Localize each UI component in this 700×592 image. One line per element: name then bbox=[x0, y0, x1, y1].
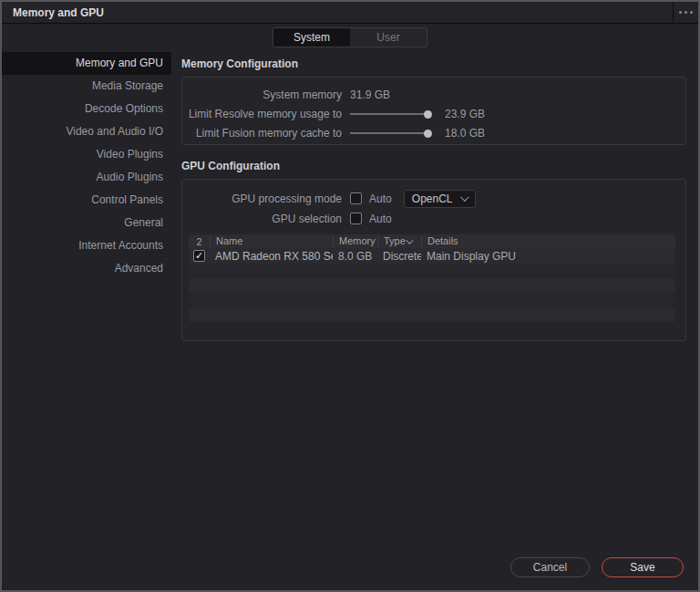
main-panel: Memory Configuration System memory 31.9 … bbox=[171, 51, 698, 588]
gpu-name-cell: AMD Radeon RX 580 Series bbox=[210, 250, 333, 263]
gpu-type-cell: Discrete bbox=[377, 250, 421, 263]
gpu-details-cell: Main Display GPU bbox=[421, 250, 675, 263]
name-column-header[interactable]: Name bbox=[210, 236, 333, 246]
gpu-processing-mode-label: GPU processing mode bbox=[182, 192, 342, 205]
empty-table-row bbox=[189, 278, 675, 293]
check-icon: ✓ bbox=[195, 251, 203, 261]
gpu-configuration-panel: GPU processing mode Auto OpenCL GPU sele… bbox=[181, 179, 686, 341]
tab-group: System User bbox=[273, 27, 427, 47]
ellipsis-menu-icon bbox=[690, 11, 693, 14]
gpu-selection-auto-checkbox[interactable] bbox=[350, 213, 362, 224]
empty-table-row bbox=[189, 264, 675, 278]
memory-column-header[interactable]: Memory bbox=[333, 236, 377, 246]
tab-system[interactable]: System bbox=[273, 28, 350, 47]
title-bar: Memory and GPU bbox=[2, 2, 698, 24]
gpu-enabled-checkbox[interactable]: ✓ bbox=[193, 250, 205, 262]
fusion-memory-value: 18.0 GB bbox=[445, 127, 485, 140]
fusion-memory-slider[interactable] bbox=[350, 130, 432, 138]
empty-table-row bbox=[189, 293, 675, 307]
gpu-table-row[interactable]: ✓ AMD Radeon RX 580 Series 8.0 GB Discre… bbox=[189, 248, 675, 264]
resolve-memory-row: Limit Resolve memory usage to 23.9 GB bbox=[182, 105, 685, 123]
footer-actions: Cancel Save bbox=[510, 557, 684, 577]
memory-configuration-heading: Memory Configuration bbox=[181, 57, 686, 70]
preferences-dialog: Memory and GPU System User Memory and GP… bbox=[0, 0, 700, 592]
system-memory-label: System memory bbox=[182, 88, 342, 101]
gpu-processing-auto-label: Auto bbox=[369, 192, 392, 205]
cancel-button[interactable]: Cancel bbox=[510, 557, 590, 577]
sidebar-item-internet-accounts[interactable]: Internet Accounts bbox=[2, 234, 171, 257]
gpu-selection-label: GPU selection bbox=[182, 213, 342, 225]
gpu-processing-mode-row: GPU processing mode Auto OpenCL bbox=[182, 189, 685, 208]
sidebar-item-control-panels[interactable]: Control Panels bbox=[2, 189, 171, 212]
type-column-header[interactable]: Type bbox=[377, 236, 421, 246]
sidebar-item-media-storage[interactable]: Media Storage bbox=[2, 75, 171, 98]
sidebar-item-decode-options[interactable]: Decode Options bbox=[2, 98, 171, 120]
tab-user[interactable]: User bbox=[350, 28, 427, 47]
gpu-processing-auto-checkbox[interactable] bbox=[350, 192, 362, 204]
sidebar: Memory and GPU Media Storage Decode Opti… bbox=[2, 51, 171, 588]
type-column-label: Type bbox=[384, 236, 406, 246]
gpu-processing-mode-value: OpenCL bbox=[405, 192, 460, 205]
options-menu-button[interactable] bbox=[674, 2, 698, 24]
sidebar-item-general[interactable]: General bbox=[2, 212, 171, 234]
chevron-down-icon bbox=[406, 236, 413, 244]
slider-knob[interactable] bbox=[424, 130, 432, 138]
memory-configuration-panel: System memory 31.9 GB Limit Resolve memo… bbox=[181, 77, 686, 145]
sidebar-item-video-audio-io[interactable]: Video and Audio I/O bbox=[2, 120, 171, 143]
gpu-selection-auto-label: Auto bbox=[369, 213, 392, 225]
gpu-table: 2 Name Memory Type Details ✓ bbox=[189, 234, 675, 322]
resolve-memory-value: 23.9 GB bbox=[445, 108, 485, 120]
content-area: Memory and GPU Media Storage Decode Opti… bbox=[2, 51, 698, 588]
fusion-memory-row: Limit Fusion memory cache to 18.0 GB bbox=[182, 124, 685, 142]
system-memory-value: 31.9 GB bbox=[350, 88, 390, 101]
empty-table-row bbox=[189, 307, 675, 322]
slider-knob[interactable] bbox=[424, 110, 432, 119]
window-title: Memory and GPU bbox=[13, 6, 673, 19]
details-column-header[interactable]: Details bbox=[421, 236, 675, 246]
ellipsis-menu-icon bbox=[679, 11, 682, 14]
ellipsis-menu-icon bbox=[685, 11, 687, 14]
save-button[interactable]: Save bbox=[602, 557, 684, 577]
sidebar-item-memory-and-gpu[interactable]: Memory and GPU bbox=[2, 52, 171, 75]
gpu-selection-row: GPU selection Auto bbox=[182, 209, 685, 228]
resolve-memory-slider[interactable] bbox=[350, 110, 432, 119]
slider-track bbox=[350, 113, 428, 115]
chevron-down-icon bbox=[460, 192, 469, 202]
gpu-memory-cell: 8.0 GB bbox=[333, 250, 377, 263]
fusion-memory-label: Limit Fusion memory cache to bbox=[182, 127, 342, 140]
tab-bar: System User bbox=[2, 24, 698, 51]
resolve-memory-label: Limit Resolve memory usage to bbox=[182, 108, 342, 120]
system-memory-row: System memory 31.9 GB bbox=[182, 86, 685, 104]
gpu-count-header: 2 bbox=[189, 236, 210, 247]
gpu-processing-mode-dropdown[interactable]: OpenCL bbox=[404, 190, 476, 208]
slider-track bbox=[350, 132, 428, 134]
gpu-table-header: 2 Name Memory Type Details bbox=[189, 234, 675, 248]
sidebar-item-audio-plugins[interactable]: Audio Plugins bbox=[2, 166, 171, 189]
sidebar-item-video-plugins[interactable]: Video Plugins bbox=[2, 143, 171, 166]
sidebar-item-advanced[interactable]: Advanced bbox=[2, 257, 171, 280]
gpu-configuration-heading: GPU Configuration bbox=[181, 160, 686, 172]
